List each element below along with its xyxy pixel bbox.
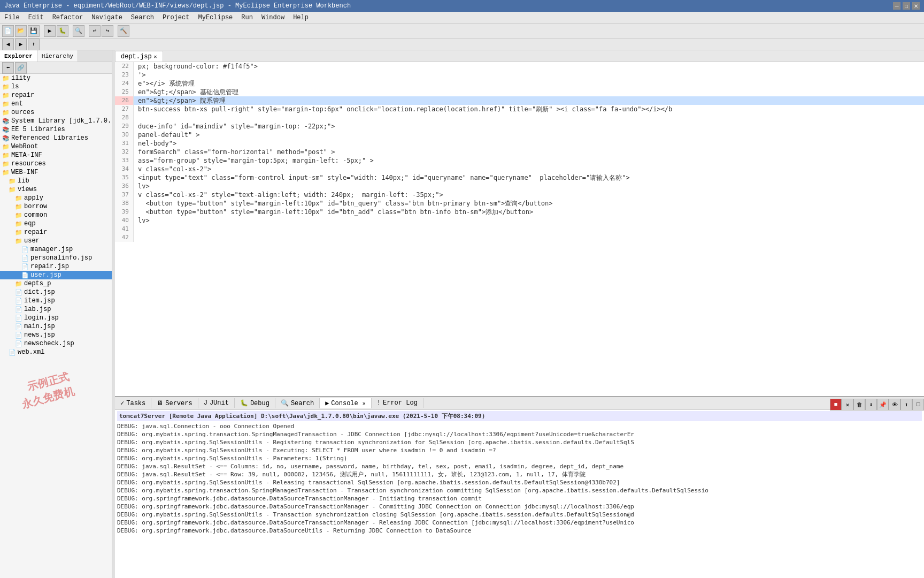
code-line-37: 37v class="col-xs-2" style="text-align:l…: [115, 191, 924, 199]
line-content: e"></i> 系统管理: [134, 79, 195, 88]
bottom-tabs-container: ✓ Tasks 🖥 Servers J JUnit 🐛 Debug: [115, 398, 924, 408]
menu-item-project[interactable]: Project: [158, 13, 194, 22]
console-disconnect-btn[interactable]: ✕: [842, 399, 853, 410]
console-stop-btn[interactable]: ■: [830, 399, 842, 410]
build-button[interactable]: 🔨: [118, 25, 129, 37]
menu-item-run[interactable]: Run: [237, 13, 257, 22]
tree-item-ent[interactable]: 📁ent: [0, 100, 112, 108]
tree-item-repair[interactable]: 📁repair: [0, 91, 112, 100]
line-content: en">&gt;</span> 院系管理: [134, 96, 226, 105]
menu-item-edit[interactable]: Edit: [24, 13, 48, 22]
tree-item-main-jsp[interactable]: 📄main.jsp: [0, 322, 112, 331]
maximize-button[interactable]: □: [903, 2, 910, 10]
tree-item-user[interactable]: 📁user: [0, 237, 112, 245]
line-number: 37: [115, 191, 134, 199]
new-button[interactable]: 📄: [2, 25, 14, 37]
tree-item-referenced-libraries[interactable]: 📚Referenced Libraries: [0, 134, 112, 142]
tree-item-ee-5-libraries[interactable]: 📚EE 5 Libraries: [0, 125, 112, 134]
tree-item-system-library--jdk-1-7-0-80-[interactable]: 📚System Library [jdk_1.7.0.80]: [0, 117, 112, 125]
run-button[interactable]: ▶: [44, 25, 56, 37]
tree-item-ources[interactable]: 📁ources: [0, 108, 112, 117]
search-tab[interactable]: 🔍 Search: [275, 398, 320, 408]
tree-item-item-jsp[interactable]: 📄item.jsp: [0, 296, 112, 305]
tasks-tab[interactable]: ✓ Tasks: [115, 398, 151, 408]
error-log-tab[interactable]: ! Error Log: [372, 398, 424, 408]
menu-item-refactor[interactable]: Refactor: [48, 13, 88, 22]
tree-item-newscheck-jsp[interactable]: 📄newscheck.jsp: [0, 339, 112, 348]
close-button[interactable]: ✕: [912, 2, 920, 10]
undo-button[interactable]: ↩: [89, 25, 101, 37]
tree-icon: 📄: [21, 263, 29, 270]
line-number: 25: [115, 88, 134, 96]
tree-item-web-inf[interactable]: 📁WEB-INF: [0, 168, 112, 177]
tree-item-repair-jsp[interactable]: 📄repair.jsp: [0, 262, 112, 271]
tree-item-lab-jsp[interactable]: 📄lab.jsp: [0, 305, 112, 314]
explorer-tab[interactable]: Explorer: [0, 50, 37, 62]
code-line-42: 42: [115, 233, 924, 242]
console-max-btn[interactable]: □: [912, 399, 924, 410]
menu-item-myeclipse[interactable]: MyEclipse: [194, 13, 237, 22]
tree-item-manager-jsp[interactable]: 📄manager.jsp: [0, 245, 112, 254]
code-line-24: 24e"></i> 系统管理: [115, 79, 924, 88]
line-content: [134, 113, 138, 122]
junit-tab[interactable]: J JUnit: [198, 398, 235, 408]
open-button[interactable]: 📂: [15, 25, 27, 37]
menu-item-search[interactable]: Search: [127, 13, 158, 22]
tree-item-eqp[interactable]: 📁eqp: [0, 219, 112, 228]
console-close-icon[interactable]: ✕: [363, 400, 366, 407]
line-content: panel-default" >: [134, 131, 200, 139]
tree-item-personalinfo-jsp[interactable]: 📄personalinfo.jsp: [0, 254, 112, 262]
tree-item-meta-inf[interactable]: 📁META-INF: [0, 151, 112, 159]
tree-label: ources: [11, 109, 34, 116]
console-tab[interactable]: ▶ Console ✕: [320, 398, 372, 408]
tree-item-ls[interactable]: 📁ls: [0, 82, 112, 91]
search-button[interactable]: 🔍: [73, 25, 84, 37]
console-clear-btn[interactable]: 🗑: [853, 399, 865, 410]
tree-item-ility[interactable]: 📁ility: [0, 74, 112, 82]
tree-item-news-jsp[interactable]: 📄news.jsp: [0, 331, 112, 339]
tree-item-lib[interactable]: 📁lib: [0, 177, 112, 185]
tree-item-web-xml[interactable]: 📄web.xml: [0, 348, 112, 356]
servers-tab[interactable]: 🖥 Servers: [151, 398, 198, 408]
link-button[interactable]: 🔗: [15, 62, 27, 74]
code-editor[interactable]: 22px; background-color: #f1f4f5">23'>24e…: [115, 62, 924, 396]
tree-item-apply[interactable]: 📁apply: [0, 194, 112, 202]
editor-area: dept.jsp ✕ 22px; background-color: #f1f4…: [115, 50, 924, 578]
toolbar2-btn1[interactable]: ◀: [2, 39, 14, 50]
tree-item-views[interactable]: 📁views: [0, 185, 112, 194]
menu-item-window[interactable]: Window: [257, 13, 289, 22]
tree-item-webroot[interactable]: 📁WebRoot: [0, 142, 112, 151]
tree-item-depts-p[interactable]: 📁depts_p: [0, 279, 112, 288]
redo-button[interactable]: ↪: [102, 25, 113, 37]
save-button[interactable]: 💾: [28, 25, 40, 37]
console-pin-btn[interactable]: 📌: [877, 399, 889, 410]
toolbar2-btn2[interactable]: ▶: [15, 39, 27, 50]
tree-item-user-jsp[interactable]: 📄user.jsp: [0, 271, 112, 279]
debug-tab[interactable]: 🐛 Debug: [235, 398, 275, 408]
editor-tab-dept[interactable]: dept.jsp ✕: [115, 51, 163, 62]
tree-item-login-jsp[interactable]: 📄login.jsp: [0, 314, 112, 322]
code-line-35: 35<input type="text" class="form-control…: [115, 173, 924, 182]
debug-button[interactable]: 🐛: [57, 25, 68, 37]
tree-label: eqp: [24, 220, 36, 227]
console-open-btn[interactable]: ⬆: [900, 399, 912, 410]
collapse-button[interactable]: ⬅: [2, 62, 14, 74]
tree-label: user: [24, 237, 40, 245]
menu-item-navigate[interactable]: Navigate: [87, 13, 127, 22]
console-view-btn[interactable]: 👁: [889, 399, 900, 410]
minimize-button[interactable]: ─: [893, 2, 900, 10]
tree-icon: 📁: [2, 109, 10, 116]
tree-item-borrow[interactable]: 📁borrow: [0, 202, 112, 211]
menu-item-help[interactable]: Help: [289, 13, 313, 22]
code-line-25: 25en">&gt;</span> 基础信息管理: [115, 88, 924, 96]
tree-item-repair[interactable]: 📁repair: [0, 228, 112, 237]
hierarchy-tab[interactable]: Hierarchy: [37, 50, 78, 62]
close-tab-icon[interactable]: ✕: [154, 54, 157, 60]
tree-item-dict-jsp[interactable]: 📄dict.jsp: [0, 288, 112, 296]
menu-item-file[interactable]: File: [0, 13, 24, 22]
tree-item-common[interactable]: 📁common: [0, 211, 112, 219]
tree-item-resources[interactable]: 📁resources: [0, 159, 112, 168]
console-scroll-btn[interactable]: ⬇: [865, 399, 877, 410]
toolbar2-btn3[interactable]: ⬆: [28, 39, 40, 50]
line-content: ass="form-group" style="margin-top:5px; …: [134, 156, 374, 165]
